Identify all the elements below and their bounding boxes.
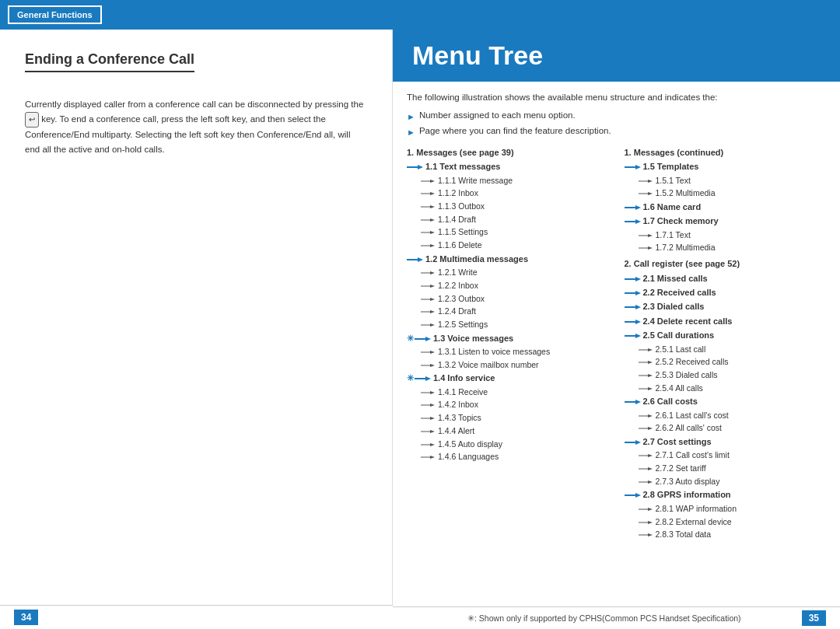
tree-item: 2.6.1 Last call's cost: [625, 410, 827, 421]
tree-arrow-thin: [421, 202, 436, 210]
tree-item: 1.1.3 Outbox: [407, 201, 609, 212]
svg-marker-77: [648, 387, 653, 390]
svg-marker-23: [430, 310, 435, 313]
svg-marker-47: [635, 165, 641, 169]
tree-item: 2.8.2 External device: [625, 516, 827, 528]
asterisk-icon: ✳: [407, 333, 414, 344]
tree-item: 2.5.2 Received calls: [625, 356, 827, 368]
tree-item-label: 1.1.4 Draft: [438, 214, 476, 225]
tree-item: 1.7.1 Text: [625, 229, 827, 241]
tree-item-label: 2.5.3 Dialed calls: [656, 369, 718, 381]
bullet-item-2: ► Page where you can find the feature de…: [407, 126, 826, 139]
svg-marker-51: [648, 192, 653, 195]
tree-item: 1.3.2 Voice mailbox number: [407, 359, 609, 371]
tree-item: 1.1 Text messages: [407, 161, 609, 173]
tree-item-label: 2.5.2 Received calls: [656, 356, 729, 368]
tree-item-label: 1.2.1 Write: [438, 267, 478, 278]
svg-marker-9: [430, 218, 435, 222]
tree-item-label: 2.8.2 External device: [656, 516, 732, 528]
tree-arrow-bold: [415, 374, 432, 382]
tree-item-label: 1.6 Name card: [643, 201, 702, 213]
svg-marker-27: [425, 337, 431, 341]
section-title: Ending a Conference Call: [25, 51, 194, 72]
tree-item: 2.6.2 All calls' cost: [625, 422, 827, 434]
tree-item-label: 1.5.2 Multimedia: [656, 187, 716, 199]
svg-marker-15: [418, 257, 423, 262]
svg-marker-71: [648, 348, 653, 351]
tree-item: 2.7 Cost settings: [625, 436, 827, 448]
tree-arrow-thin: [639, 384, 654, 392]
col2-items: 1.5 Templates1.5.1 Text1.5.2 Multimedia1…: [625, 161, 827, 540]
tree-arrow-bold: [415, 334, 432, 342]
tree-arrow-thin: [639, 518, 654, 526]
tree-item-label: 1.4.6 Languages: [438, 451, 499, 463]
tree-item-label: 2.8.3 Total data: [656, 529, 712, 540]
tree-item: 1.1.4 Draft: [407, 214, 609, 225]
tree-item-label: 2.8 GPRS information: [643, 489, 731, 501]
svg-marker-53: [635, 205, 641, 210]
svg-marker-49: [648, 180, 653, 183]
tree-item: 1.5.2 Multimedia: [625, 187, 827, 199]
svg-marker-3: [430, 180, 435, 183]
top-bar: General Functions: [0, 0, 840, 30]
tree-arrow-thin: [421, 414, 436, 421]
tree-item-label: 1.4.5 Auto display: [438, 439, 502, 450]
tree-arrow-thin: [639, 243, 654, 251]
svg-marker-7: [430, 205, 435, 208]
tree-arrow-thin: [421, 228, 436, 236]
tree-arrow-bold: [625, 274, 642, 282]
tree-item: 2. Call register (see page 52): [625, 258, 827, 270]
tree-item-label: 2.4 Delete recent calls: [643, 316, 733, 327]
menu-tree-title: Menu Tree: [412, 40, 821, 71]
tree-item-label: 2.3 Dialed calls: [643, 301, 705, 313]
tree-arrow-thin: [421, 427, 436, 435]
svg-marker-73: [648, 361, 653, 364]
tree-arrow-thin: [421, 361, 436, 369]
col2-section-title: 1. Messages (continued): [625, 148, 827, 157]
svg-marker-35: [430, 391, 435, 394]
tree-arrow-thin: [639, 231, 654, 239]
tree-item: 2.8.3 Total data: [625, 529, 827, 540]
svg-marker-79: [635, 400, 641, 404]
right-panel: Menu Tree The following illustration sho…: [393, 30, 840, 629]
general-functions-tab[interactable]: General Functions: [8, 5, 102, 24]
tree-item: 2.5 Call durations: [625, 330, 827, 341]
tree-arrow-thin: [421, 176, 436, 184]
svg-marker-1: [418, 165, 423, 169]
tree-item-label: 1.3.2 Voice mailbox number: [438, 359, 539, 371]
tree-item-label: 1.4.2 Inbox: [438, 399, 478, 411]
tree-item: 1.2.4 Draft: [407, 306, 609, 317]
tree-item: 2.5.3 Dialed calls: [625, 369, 827, 381]
tree-arrow-thin: [639, 505, 654, 512]
left-panel: Ending a Conference Call Currently displ…: [0, 30, 393, 629]
tree-arrow-thin: [639, 411, 654, 419]
tree-item-label: 2.7.3 Auto display: [656, 476, 720, 487]
tree-arrow-bold: [625, 397, 642, 405]
tree-arrow-bold: [625, 203, 642, 211]
svg-marker-61: [635, 277, 641, 281]
tree-item-label: 1.1 Text messages: [425, 161, 500, 173]
svg-marker-37: [430, 404, 435, 407]
tree-item-label: 2.6.2 All calls' cost: [656, 422, 722, 434]
left-page-number: 34: [14, 610, 38, 625]
tree-item: 1.7 Check memory: [625, 215, 827, 227]
tree-arrow-thin: [639, 371, 654, 379]
tree-item-label: 1.2.2 Inbox: [438, 280, 478, 292]
tree-item: 1.2.2 Inbox: [407, 280, 609, 292]
tree-item: 1.4.1 Receive: [407, 386, 609, 398]
tree-item-label: 1.5.1 Text: [656, 175, 691, 187]
svg-marker-63: [635, 291, 641, 295]
tree-item: 1.1.6 Delete: [407, 239, 609, 251]
svg-marker-67: [635, 320, 641, 324]
tree-item-label: 2.5.4 All calls: [656, 383, 703, 394]
svg-marker-65: [635, 305, 641, 309]
tree-arrow-thin: [421, 241, 436, 249]
tree-item: 2.6 Call costs: [625, 396, 827, 407]
tree-item: 2.5.4 All calls: [625, 383, 827, 394]
intro-text: The following illustration shows the ava…: [407, 91, 826, 104]
tree-arrow-bold: [625, 438, 642, 446]
svg-marker-69: [635, 334, 641, 338]
menu-columns: 1. Messages (see page 39) 1.1 Text messa…: [407, 148, 826, 542]
tree-item-label: 1.4.3 Topics: [438, 412, 481, 424]
tree-arrow-thin: [639, 189, 654, 197]
